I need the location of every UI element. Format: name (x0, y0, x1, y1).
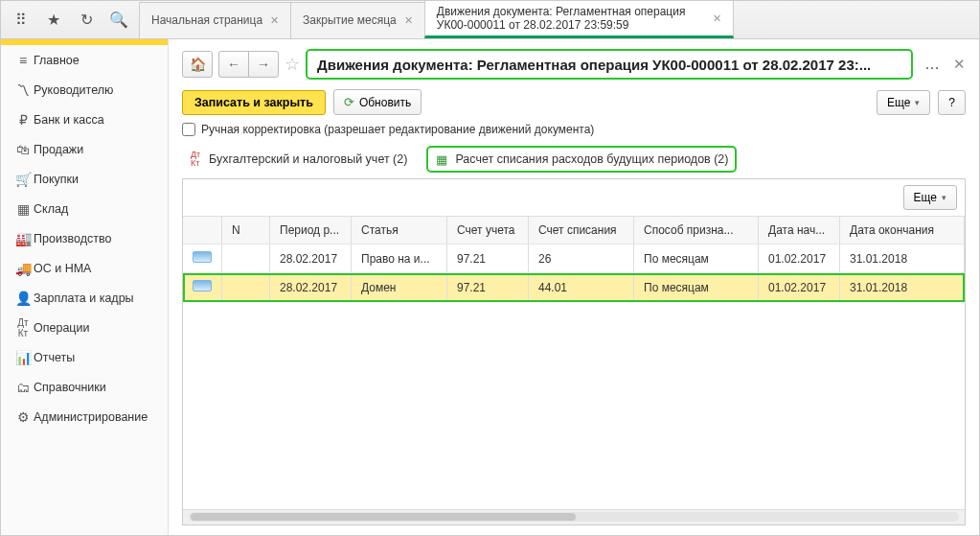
cell-acct: 97.21 (447, 245, 529, 273)
table-row[interactable]: 28.02.2017 Право на и... 97.21 26 По мес… (183, 245, 965, 273)
record-icon (193, 280, 212, 291)
dtkt-icon: ДтКт (188, 151, 203, 167)
sidebar-item-label: Продажи (34, 143, 83, 156)
dtkt-icon: ДтКт (12, 317, 34, 338)
cell-method: По месяцам (634, 273, 759, 302)
apps-icon[interactable]: ⠿ (5, 6, 37, 35)
page-title: Движения документа: Регламентная операци… (306, 49, 913, 80)
tab-label: Закрытие месяца (303, 13, 397, 27)
cell-start: 01.02.2017 (759, 273, 840, 302)
doc-tab-label: Бухгалтерский и налоговый учет (2) (209, 152, 407, 166)
sidebar-item-bank[interactable]: ₽Банк и касса (1, 105, 168, 134)
star-icon[interactable]: ★ (37, 6, 70, 35)
back-button[interactable]: ← (218, 51, 249, 78)
menu-icon: ≡ (12, 53, 34, 68)
sidebar-item-label: Банк и касса (34, 113, 104, 127)
data-grid[interactable]: N Период р... Статья Счет учета Счет спи… (183, 216, 965, 509)
tab-document-movements[interactable]: Движения документа: Регламентная операци… (424, 0, 734, 38)
home-button[interactable]: 🏠 (182, 51, 213, 78)
sidebar-item-salary[interactable]: 👤Зарплата и кадры (1, 283, 168, 313)
close-icon[interactable]: ✕ (953, 56, 966, 73)
topbar: ⠿ ★ ↻ 🔍 Начальная страница ✕ Закрытие ме… (1, 1, 979, 39)
more-button[interactable]: Еще (877, 90, 930, 115)
sidebar-item-label: Зарплата и кадры (34, 291, 134, 305)
factory-icon: 🏭 (12, 231, 34, 246)
truck-icon: 🚚 (12, 261, 34, 276)
doc-tab-label: Расчет списания расходов будущих периодо… (455, 152, 728, 166)
checkbox-label: Ручная корректировка (разрешает редактир… (201, 123, 594, 136)
chart-icon: 〽 (12, 82, 34, 98)
close-icon[interactable]: ✕ (404, 14, 413, 27)
col-end[interactable]: Дата окончания (840, 217, 965, 245)
boxes-icon: ▦ (12, 201, 34, 217)
search-icon[interactable]: 🔍 (103, 6, 135, 35)
cell-end: 31.01.2018 (840, 245, 965, 273)
grid-icon: ▦ (434, 151, 449, 167)
forward-button[interactable]: → (248, 51, 279, 78)
sidebar-item-production[interactable]: 🏭Производство (1, 223, 168, 253)
folder-icon: 🗂 (12, 380, 34, 395)
manual-edit-checkbox[interactable] (182, 123, 195, 136)
cell-method: По месяцам (634, 245, 759, 273)
sidebar-item-label: Покупки (34, 173, 79, 186)
cell-n (222, 245, 270, 273)
refresh-label: Обновить (359, 96, 411, 109)
help-button[interactable]: ? (938, 90, 966, 115)
table-row[interactable]: 28.02.2017 Домен 97.21 44.01 По месяцам … (183, 273, 965, 302)
doc-tab-accounting[interactable]: ДтКт Бухгалтерский и налоговый учет (2) (182, 148, 413, 171)
cell-article: Право на и... (352, 245, 447, 273)
col-icon[interactable] (183, 217, 222, 245)
history-icon[interactable]: ↻ (70, 6, 103, 35)
cell-article: Домен (352, 273, 447, 302)
person-icon: 👤 (12, 291, 34, 306)
grid-more-button[interactable]: Еще (903, 185, 957, 210)
col-start[interactable]: Дата нач... (759, 217, 840, 245)
sidebar-item-admin[interactable]: ⚙Администрирование (1, 402, 168, 431)
col-period[interactable]: Период р... (270, 217, 352, 245)
sidebar-item-label: Администрирование (34, 410, 148, 424)
ruble-icon: ₽ (12, 112, 34, 128)
favorite-icon[interactable]: ☆ (285, 54, 300, 75)
sidebar-item-label: Справочники (34, 381, 106, 394)
window-tabs: Начальная страница ✕ Закрытие месяца ✕ Д… (139, 1, 979, 38)
sidebar-item-purchases[interactable]: 🛒Покупки (1, 164, 168, 194)
sidebar-item-operations[interactable]: ДтКтОперации (1, 313, 168, 342)
record-icon (193, 251, 212, 263)
data-panel: Еще N Период р... Статья Счет учета Счет… (182, 178, 966, 525)
sidebar-item-label: Отчеты (34, 351, 75, 364)
sidebar-item-sales[interactable]: 🛍Продажи (1, 134, 168, 164)
refresh-button[interactable]: Обновить (333, 89, 422, 115)
sidebar-item-label: Склад (34, 202, 68, 216)
tab-home[interactable]: Начальная страница ✕ (139, 2, 291, 38)
bag-icon: 🛍 (12, 142, 34, 157)
sidebar-item-references[interactable]: 🗂Справочники (1, 372, 168, 402)
cell-start: 01.02.2017 (759, 245, 840, 273)
col-method[interactable]: Способ призна... (634, 217, 759, 245)
col-account[interactable]: Счет учета (447, 217, 529, 245)
sidebar-item-label: Производство (34, 232, 112, 245)
sidebar-item-warehouse[interactable]: ▦Склад (1, 194, 168, 223)
sidebar-item-main[interactable]: ≡Главное (1, 45, 168, 75)
close-icon[interactable]: ✕ (713, 12, 721, 25)
title-text: Движения документа: Регламентная операци… (317, 57, 871, 73)
horizontal-scrollbar[interactable] (183, 509, 965, 524)
sidebar-item-assets[interactable]: 🚚ОС и НМА (1, 253, 168, 283)
cell-acct2: 26 (529, 245, 634, 273)
title-overflow: … (924, 56, 940, 73)
cell-end: 31.01.2018 (840, 273, 965, 302)
cart-icon: 🛒 (12, 172, 34, 187)
main-content: 🏠 ← → ☆ Движения документа: Регламентная… (169, 39, 979, 535)
tab-close-month[interactable]: Закрытие месяца ✕ (290, 2, 425, 38)
close-icon[interactable]: ✕ (270, 14, 279, 27)
sidebar-item-reports[interactable]: 📊Отчеты (1, 342, 168, 372)
sidebar-item-label: Главное (34, 54, 80, 67)
col-article[interactable]: Статья (352, 217, 447, 245)
col-writeoff-account[interactable]: Счет списания (529, 217, 634, 245)
cell-period: 28.02.2017 (270, 273, 352, 302)
doc-tab-future-expenses[interactable]: ▦ Расчет списания расходов будущих перио… (426, 146, 736, 173)
save-close-button[interactable]: Записать и закрыть (182, 90, 326, 115)
sidebar-item-manager[interactable]: 〽Руководителю (1, 75, 168, 105)
col-n[interactable]: N (222, 217, 270, 245)
sidebar-item-label: Руководителю (34, 83, 113, 97)
sidebar-item-label: ОС и НМА (34, 262, 91, 275)
